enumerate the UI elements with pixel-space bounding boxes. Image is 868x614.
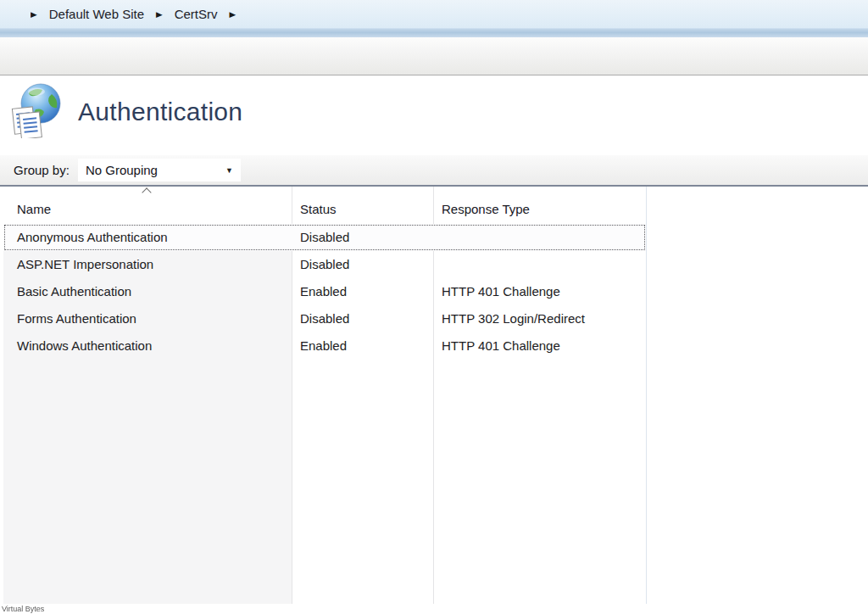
- group-by-bar: Group by: No Grouping ▼: [0, 155, 868, 187]
- breadcrumb-item-default-web-site[interactable]: Default Web Site: [49, 7, 144, 21]
- globe-documents-icon: [10, 82, 63, 142]
- group-by-dropdown[interactable]: No Grouping ▼: [78, 159, 241, 181]
- group-by-value: No Grouping: [86, 163, 158, 177]
- breadcrumb-item-certsrv[interactable]: CertSrv: [175, 7, 218, 21]
- table-header: Name Status Response Type: [3, 187, 646, 224]
- toolbar: [0, 37, 868, 75]
- group-by-label: Group by:: [14, 163, 70, 177]
- accent-strip: [0, 28, 868, 37]
- table-row[interactable]: Anonymous Authentication Disabled: [3, 224, 646, 251]
- table-rows: Anonymous Authentication Disabled ASP.NE…: [3, 224, 646, 360]
- column-header-status[interactable]: Status: [292, 202, 433, 224]
- authentication-list: Name Status Response Type Anonymous Auth…: [3, 187, 647, 604]
- table-row[interactable]: Forms Authentication Disabled HTTP 302 L…: [3, 305, 646, 332]
- breadcrumb: ▶ Default Web Site ▶ CertSrv ▶: [0, 0, 868, 28]
- table-row[interactable]: ASP.NET Impersonation Disabled: [3, 251, 646, 278]
- chevron-right-icon[interactable]: ▶: [230, 10, 236, 19]
- table-row[interactable]: Windows Authentication Enabled HTTP 401 …: [3, 332, 646, 360]
- column-header-response-type[interactable]: Response Type: [433, 202, 646, 224]
- sort-ascending-icon: [142, 187, 151, 197]
- column-header-name[interactable]: Name: [3, 202, 292, 224]
- feature-header: Authentication: [0, 75, 868, 155]
- table-row[interactable]: Basic Authentication Enabled HTTP 401 Ch…: [3, 278, 646, 305]
- watermark-text: Virtual Bytes: [2, 605, 44, 613]
- chevron-right-icon[interactable]: ▶: [31, 10, 37, 19]
- page-title: Authentication: [78, 98, 242, 126]
- chevron-right-icon[interactable]: ▶: [156, 10, 163, 19]
- chevron-down-icon: ▼: [225, 166, 233, 175]
